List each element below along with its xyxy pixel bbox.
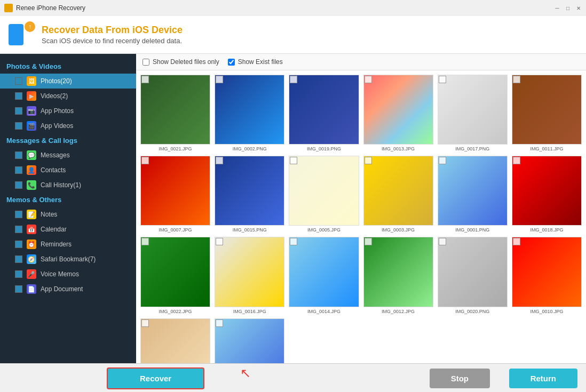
photo-item[interactable]: IMG_0002.PNG [215, 75, 284, 151]
photo-checkbox[interactable] [141, 76, 149, 83]
sidebar-item-safari[interactable]: 🧭 Safari Bookmark(7) [0, 252, 136, 267]
photo-checkbox[interactable] [439, 76, 446, 83]
photo-checkbox[interactable] [513, 157, 520, 164]
sidebar-item-call-history[interactable]: 📞 Call History(1) [0, 178, 136, 193]
photo-filename: IMG_0001.PNG [438, 227, 508, 233]
photo-checkbox[interactable] [365, 157, 372, 164]
maximize-button[interactable]: □ [565, 5, 571, 11]
photo-item[interactable]: IMG_0011.JPG [512, 75, 582, 151]
photo-checkbox[interactable] [513, 238, 520, 245]
photo-thumbnail [140, 237, 210, 307]
sidebar-item-photos[interactable]: 🖼 Photos(20) [0, 74, 136, 89]
call-checkbox[interactable] [15, 181, 22, 189]
content-area: Show Deleted files only Show Exist files… [136, 54, 586, 363]
app-photos-checkbox[interactable] [15, 107, 22, 115]
photo-filename: IMG_0005.JPG [289, 227, 359, 233]
show-deleted-label[interactable]: Show Deleted files only [142, 58, 219, 66]
photo-checkbox[interactable] [290, 157, 297, 164]
sidebar-item-videos[interactable]: ▶ Videos(2) [0, 89, 136, 103]
app-icon [4, 4, 13, 12]
photo-item[interactable]: IMG_0022.JPG [140, 237, 210, 314]
photo-checkbox[interactable] [216, 157, 223, 164]
sidebar-item-label: Contacts [41, 166, 66, 174]
photo-filename: IMG_0020.PNG [438, 309, 508, 314]
photo-item[interactable]: IMG_0017.PNG [438, 75, 508, 151]
photo-checkbox[interactable] [141, 238, 149, 245]
app-videos-checkbox[interactable] [15, 122, 22, 130]
photo-wrapper [438, 156, 508, 226]
calendar-checkbox[interactable] [15, 226, 22, 233]
reminders-checkbox[interactable] [15, 241, 22, 248]
photo-checkbox[interactable] [439, 157, 446, 164]
photo-item[interactable]: IMG_0010.JPG [512, 237, 582, 314]
photo-item[interactable]: IMG_0008.PNG [215, 318, 284, 363]
photo-checkbox[interactable] [290, 76, 297, 83]
photo-item[interactable]: IMG_0007.JPG [140, 156, 210, 233]
photo-wrapper [512, 156, 582, 226]
show-exist-text: Show Exist files [238, 58, 283, 66]
photo-checkbox[interactable] [439, 238, 446, 245]
photos-checkbox[interactable] [15, 77, 22, 85]
show-exist-checkbox[interactable] [228, 59, 235, 66]
photo-item[interactable]: IMG_0014.JPG [289, 237, 359, 314]
stop-button[interactable]: Stop [430, 369, 490, 388]
sidebar-item-messages[interactable]: 💬 Messages [0, 148, 136, 163]
recover-button[interactable]: Recover [107, 367, 204, 389]
photo-checkbox[interactable] [141, 319, 149, 327]
photo-item[interactable]: IMG_0013.JPG [363, 75, 433, 151]
sidebar-item-app-photos[interactable]: 📷 App Photos [0, 103, 136, 118]
show-deleted-checkbox[interactable] [142, 59, 149, 66]
sidebar-item-label: Voice Memos [41, 270, 79, 278]
minimize-button[interactable]: ─ [554, 5, 560, 11]
photo-item[interactable]: IMG_0004.JPG [140, 318, 210, 363]
photo-filename: IMG_0021.JPG [140, 146, 210, 151]
photo-item[interactable]: IMG_0019.PNG [289, 75, 359, 151]
header: ↑ Recover Data From iOS Device Scan iOS … [0, 16, 586, 54]
photo-checkbox[interactable] [216, 238, 223, 245]
notes-checkbox[interactable] [15, 211, 22, 218]
photo-checkbox[interactable] [216, 319, 223, 327]
photo-item[interactable]: IMG_0016.JPG [215, 237, 284, 314]
sidebar-item-notes[interactable]: 📝 Notes [0, 207, 136, 222]
photo-item[interactable]: IMG_0012.JPG [363, 237, 433, 314]
content-toolbar: Show Deleted files only Show Exist files [136, 54, 586, 70]
sidebar-item-label: App Videos [41, 122, 73, 130]
photo-filename: IMG_0022.JPG [140, 309, 210, 314]
sidebar-item-calendar[interactable]: 📅 Calendar [0, 222, 136, 237]
photo-item[interactable]: IMG_0020.PNG [438, 237, 508, 314]
photo-item[interactable]: IMG_0015.PNG [215, 156, 284, 233]
voice-checkbox[interactable] [15, 270, 22, 278]
messages-checkbox[interactable] [15, 151, 22, 159]
sidebar-item-app-videos[interactable]: 🎬 App Videos [0, 118, 136, 133]
arrow-icon: ↑ [25, 21, 35, 32]
sidebar-item-label: App Photos [41, 107, 74, 115]
photo-item[interactable]: IMG_0021.JPG [140, 75, 210, 151]
photo-item[interactable]: IMG_0001.PNG [438, 156, 508, 233]
show-exist-label[interactable]: Show Exist files [228, 58, 283, 66]
photo-checkbox[interactable] [365, 76, 372, 83]
return-button[interactable]: Return [509, 369, 577, 388]
photo-checkbox[interactable] [365, 238, 372, 245]
photo-thumbnail [215, 75, 284, 145]
videos-checkbox[interactable] [15, 92, 22, 100]
doc-checkbox[interactable] [15, 285, 22, 293]
sidebar-item-voice-memos[interactable]: 🎤 Voice Memos [0, 267, 136, 282]
photo-item[interactable]: IMG_0018.JPG [512, 156, 582, 233]
photo-checkbox[interactable] [141, 157, 149, 164]
safari-checkbox[interactable] [15, 255, 22, 263]
photo-wrapper [289, 156, 359, 226]
photo-checkbox[interactable] [513, 76, 520, 83]
photo-item[interactable]: IMG_0005.JPG [289, 156, 359, 233]
sidebar-item-app-doc[interactable]: 📄 App Document [0, 282, 136, 297]
photo-item[interactable]: IMG_0003.JPG [363, 156, 433, 233]
sidebar-item-label: App Document [41, 285, 83, 293]
photo-wrapper [363, 156, 433, 226]
photo-checkbox[interactable] [216, 76, 223, 83]
sidebar-item-contacts[interactable]: 👤 Contacts [0, 163, 136, 178]
contacts-checkbox[interactable] [15, 166, 22, 174]
sidebar-item-reminders[interactable]: ⏰ Reminders [0, 237, 136, 252]
photo-checkbox[interactable] [290, 238, 297, 245]
close-button[interactable]: ✕ [575, 5, 582, 11]
photo-wrapper [438, 75, 508, 145]
photo-thumbnail [438, 237, 508, 307]
